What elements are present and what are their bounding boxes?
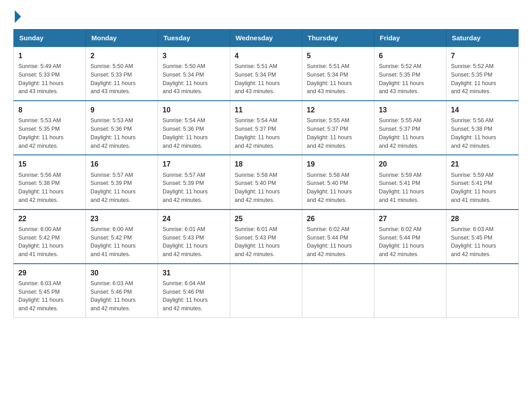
day-info: Sunrise: 6:01 AMSunset: 5:43 PMDaylight:… bbox=[163, 225, 225, 259]
day-number: 23 bbox=[90, 214, 153, 224]
day-info: Sunrise: 6:02 AMSunset: 5:44 PMDaylight:… bbox=[307, 225, 369, 259]
calendar-cell: 21Sunrise: 5:59 AMSunset: 5:41 PMDayligh… bbox=[446, 155, 519, 209]
day-number: 10 bbox=[163, 105, 225, 115]
day-number: 31 bbox=[163, 268, 225, 278]
day-number: 15 bbox=[18, 159, 81, 169]
day-info: Sunrise: 6:03 AMSunset: 5:46 PMDaylight:… bbox=[90, 279, 153, 313]
day-number: 11 bbox=[235, 105, 297, 115]
day-number: 21 bbox=[451, 159, 514, 169]
day-info: Sunrise: 6:01 AMSunset: 5:43 PMDaylight:… bbox=[235, 225, 297, 259]
day-info: Sunrise: 5:58 AMSunset: 5:40 PMDaylight:… bbox=[307, 171, 369, 205]
day-number: 14 bbox=[451, 105, 514, 115]
day-number: 29 bbox=[18, 268, 81, 278]
calendar-cell: 4Sunrise: 5:51 AMSunset: 5:34 PMDaylight… bbox=[230, 47, 302, 101]
calendar-cell: 14Sunrise: 5:56 AMSunset: 5:38 PMDayligh… bbox=[446, 101, 519, 155]
day-number: 30 bbox=[90, 268, 153, 278]
week-row-3: 15Sunrise: 5:56 AMSunset: 5:38 PMDayligh… bbox=[14, 155, 519, 209]
calendar-cell: 27Sunrise: 6:02 AMSunset: 5:44 PMDayligh… bbox=[374, 210, 446, 264]
calendar-cell: 31Sunrise: 6:04 AMSunset: 5:46 PMDayligh… bbox=[158, 264, 230, 318]
calendar-cell: 5Sunrise: 5:51 AMSunset: 5:34 PMDaylight… bbox=[302, 47, 374, 101]
calendar-cell: 20Sunrise: 5:59 AMSunset: 5:41 PMDayligh… bbox=[374, 155, 446, 209]
calendar-cell: 22Sunrise: 6:00 AMSunset: 5:42 PMDayligh… bbox=[14, 210, 86, 264]
calendar-cell: 23Sunrise: 6:00 AMSunset: 5:42 PMDayligh… bbox=[86, 210, 158, 264]
day-number: 9 bbox=[90, 105, 153, 115]
day-info: Sunrise: 5:53 AMSunset: 5:36 PMDaylight:… bbox=[90, 116, 153, 150]
day-number: 20 bbox=[379, 159, 442, 169]
day-number: 7 bbox=[451, 51, 514, 61]
day-number: 24 bbox=[163, 214, 225, 224]
day-number: 4 bbox=[235, 51, 297, 61]
page-header bbox=[13, 9, 519, 21]
day-number: 1 bbox=[18, 51, 81, 61]
day-number: 6 bbox=[379, 51, 442, 61]
col-header-saturday: Saturday bbox=[446, 30, 519, 47]
week-row-5: 29Sunrise: 6:03 AMSunset: 5:45 PMDayligh… bbox=[14, 264, 519, 318]
calendar-cell: 15Sunrise: 5:56 AMSunset: 5:38 PMDayligh… bbox=[14, 155, 86, 209]
day-info: Sunrise: 5:52 AMSunset: 5:35 PMDaylight:… bbox=[451, 62, 514, 96]
calendar-cell: 19Sunrise: 5:58 AMSunset: 5:40 PMDayligh… bbox=[302, 155, 374, 209]
calendar-cell: 29Sunrise: 6:03 AMSunset: 5:45 PMDayligh… bbox=[14, 264, 86, 318]
calendar-cell: 16Sunrise: 5:57 AMSunset: 5:39 PMDayligh… bbox=[86, 155, 158, 209]
calendar-cell: 12Sunrise: 5:55 AMSunset: 5:37 PMDayligh… bbox=[302, 101, 374, 155]
day-info: Sunrise: 5:51 AMSunset: 5:34 PMDaylight:… bbox=[235, 62, 297, 96]
day-number: 17 bbox=[163, 159, 225, 169]
calendar-cell: 24Sunrise: 6:01 AMSunset: 5:43 PMDayligh… bbox=[158, 210, 230, 264]
calendar-cell: 6Sunrise: 5:52 AMSunset: 5:35 PMDaylight… bbox=[374, 47, 446, 101]
day-info: Sunrise: 5:51 AMSunset: 5:34 PMDaylight:… bbox=[307, 62, 369, 96]
day-info: Sunrise: 5:49 AMSunset: 5:33 PMDaylight:… bbox=[18, 62, 81, 96]
day-info: Sunrise: 5:55 AMSunset: 5:37 PMDaylight:… bbox=[379, 116, 442, 150]
calendar-cell: 28Sunrise: 6:03 AMSunset: 5:45 PMDayligh… bbox=[446, 210, 519, 264]
day-number: 22 bbox=[18, 214, 81, 224]
calendar-table: SundayMondayTuesdayWednesdayThursdayFrid… bbox=[13, 29, 519, 318]
day-number: 3 bbox=[163, 51, 225, 61]
day-info: Sunrise: 6:04 AMSunset: 5:46 PMDaylight:… bbox=[163, 279, 225, 313]
day-number: 5 bbox=[307, 51, 369, 61]
logo bbox=[13, 9, 21, 21]
day-info: Sunrise: 6:02 AMSunset: 5:44 PMDaylight:… bbox=[379, 225, 442, 259]
day-number: 12 bbox=[307, 105, 369, 115]
day-info: Sunrise: 6:03 AMSunset: 5:45 PMDaylight:… bbox=[451, 225, 514, 259]
logo-triangle-icon bbox=[15, 10, 21, 23]
day-info: Sunrise: 5:55 AMSunset: 5:37 PMDaylight:… bbox=[307, 116, 369, 150]
calendar-cell: 9Sunrise: 5:53 AMSunset: 5:36 PMDaylight… bbox=[86, 101, 158, 155]
day-info: Sunrise: 5:56 AMSunset: 5:38 PMDaylight:… bbox=[451, 116, 514, 150]
calendar-cell: 10Sunrise: 5:54 AMSunset: 5:36 PMDayligh… bbox=[158, 101, 230, 155]
col-header-wednesday: Wednesday bbox=[230, 30, 302, 47]
calendar-cell bbox=[230, 264, 302, 318]
week-row-1: 1Sunrise: 5:49 AMSunset: 5:33 PMDaylight… bbox=[14, 47, 519, 101]
day-number: 19 bbox=[307, 159, 369, 169]
calendar-cell: 8Sunrise: 5:53 AMSunset: 5:35 PMDaylight… bbox=[14, 101, 86, 155]
day-info: Sunrise: 5:52 AMSunset: 5:35 PMDaylight:… bbox=[379, 62, 442, 96]
col-header-monday: Monday bbox=[86, 30, 158, 47]
calendar-cell bbox=[374, 264, 446, 318]
col-header-tuesday: Tuesday bbox=[158, 30, 230, 47]
calendar-cell bbox=[302, 264, 374, 318]
week-row-2: 8Sunrise: 5:53 AMSunset: 5:35 PMDaylight… bbox=[14, 101, 519, 155]
day-info: Sunrise: 5:54 AMSunset: 5:36 PMDaylight:… bbox=[163, 116, 225, 150]
day-number: 16 bbox=[90, 159, 153, 169]
col-header-thursday: Thursday bbox=[302, 30, 374, 47]
day-info: Sunrise: 5:50 AMSunset: 5:34 PMDaylight:… bbox=[163, 62, 225, 96]
day-number: 25 bbox=[235, 214, 297, 224]
day-info: Sunrise: 5:56 AMSunset: 5:38 PMDaylight:… bbox=[18, 171, 81, 205]
day-number: 8 bbox=[18, 105, 81, 115]
day-info: Sunrise: 5:59 AMSunset: 5:41 PMDaylight:… bbox=[451, 171, 514, 205]
logo-top bbox=[13, 11, 21, 23]
day-info: Sunrise: 6:00 AMSunset: 5:42 PMDaylight:… bbox=[90, 225, 153, 259]
calendar-cell: 1Sunrise: 5:49 AMSunset: 5:33 PMDaylight… bbox=[14, 47, 86, 101]
day-number: 2 bbox=[90, 51, 153, 61]
col-header-sunday: Sunday bbox=[14, 30, 86, 47]
day-info: Sunrise: 5:54 AMSunset: 5:37 PMDaylight:… bbox=[235, 116, 297, 150]
calendar-header-row: SundayMondayTuesdayWednesdayThursdayFrid… bbox=[14, 30, 519, 47]
day-number: 27 bbox=[379, 214, 442, 224]
day-info: Sunrise: 6:00 AMSunset: 5:42 PMDaylight:… bbox=[18, 225, 81, 259]
col-header-friday: Friday bbox=[374, 30, 446, 47]
calendar-cell: 25Sunrise: 6:01 AMSunset: 5:43 PMDayligh… bbox=[230, 210, 302, 264]
calendar-cell: 26Sunrise: 6:02 AMSunset: 5:44 PMDayligh… bbox=[302, 210, 374, 264]
day-info: Sunrise: 5:50 AMSunset: 5:33 PMDaylight:… bbox=[90, 62, 153, 96]
calendar-cell: 3Sunrise: 5:50 AMSunset: 5:34 PMDaylight… bbox=[158, 47, 230, 101]
day-info: Sunrise: 5:57 AMSunset: 5:39 PMDaylight:… bbox=[90, 171, 153, 205]
day-info: Sunrise: 5:57 AMSunset: 5:39 PMDaylight:… bbox=[163, 171, 225, 205]
day-info: Sunrise: 5:53 AMSunset: 5:35 PMDaylight:… bbox=[18, 116, 81, 150]
day-info: Sunrise: 5:58 AMSunset: 5:40 PMDaylight:… bbox=[235, 171, 297, 205]
